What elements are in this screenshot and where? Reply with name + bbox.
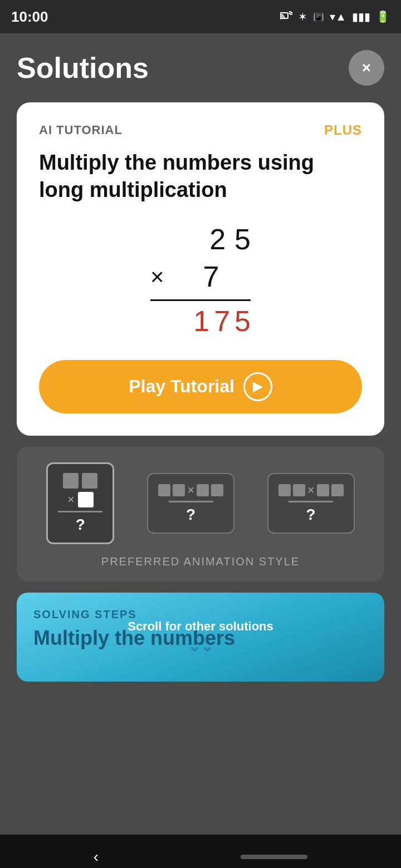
anim-box-1: × ? bbox=[46, 462, 114, 544]
preferred-label: PREFERRED ANIMATION STYLE bbox=[30, 555, 371, 568]
play-tutorial-label: Play Tutorial bbox=[129, 376, 234, 397]
equation-divider bbox=[150, 299, 251, 301]
math-equation: 2 5 × 7 1 7 5 bbox=[39, 221, 362, 338]
tutorial-card: AI TUTORIAL PLUS Multiply the numbers us… bbox=[17, 102, 384, 436]
equation-block: 2 5 × 7 1 7 5 bbox=[150, 221, 251, 338]
mult-symbol-1: × bbox=[67, 492, 75, 507]
result-digit-1: 1 bbox=[193, 304, 209, 338]
times-symbol: × bbox=[150, 262, 164, 293]
mult-3: × bbox=[307, 483, 315, 497]
signal-icon: ▮▮▮ bbox=[352, 10, 370, 23]
scroll-hint: Scroll for other solutions ⌄⌄ bbox=[128, 619, 273, 655]
mult-2: × bbox=[187, 483, 194, 497]
status-time: 10:00 bbox=[11, 8, 48, 26]
animation-option-1[interactable]: × ? bbox=[46, 462, 114, 544]
close-button[interactable]: × bbox=[349, 50, 384, 86]
page-header: Solutions × bbox=[17, 45, 384, 86]
card-question: Multiply the numbers using long multipli… bbox=[39, 149, 362, 204]
anim-squares-1 bbox=[63, 473, 97, 489]
anim-line-1 bbox=[58, 511, 102, 512]
status-icons: ✶ 📳 ▾▲ ▮▮▮ 🔋 bbox=[280, 10, 390, 23]
animation-option-3[interactable]: × ? bbox=[267, 473, 355, 534]
cast-icon bbox=[280, 11, 292, 23]
play-tutorial-button[interactable]: Play Tutorial ▶ bbox=[39, 360, 362, 413]
anim-box-3: × ? bbox=[267, 473, 355, 534]
page-title: Solutions bbox=[17, 51, 149, 85]
result-row: 1 7 5 bbox=[193, 304, 251, 338]
vibrate-icon: 📳 bbox=[313, 12, 324, 22]
multiplier-row: × 7 bbox=[150, 258, 251, 296]
plus-badge: PLUS bbox=[324, 122, 362, 138]
digit-5: 5 bbox=[234, 221, 251, 259]
anim-box-2: × ? bbox=[147, 473, 234, 534]
sq-f bbox=[293, 484, 305, 496]
anim-question-3: ? bbox=[306, 506, 316, 524]
animation-section: × ? × ? bbox=[17, 447, 384, 581]
bluetooth-icon: ✶ bbox=[298, 10, 307, 23]
result-digit-5: 5 bbox=[234, 304, 251, 338]
svg-point-1 bbox=[280, 17, 281, 19]
sq-lg-2 bbox=[82, 473, 97, 489]
solving-section[interactable]: SOLVING STEPS Multiply the numbers Scrol… bbox=[17, 593, 384, 682]
back-button[interactable]: ‹ bbox=[94, 848, 99, 866]
anim-line-2 bbox=[169, 501, 213, 502]
multiplicand-row: 2 5 bbox=[176, 221, 251, 259]
result-digit-7: 7 bbox=[214, 304, 230, 338]
sq-g bbox=[317, 484, 329, 496]
main-content: Solutions × AI TUTORIAL PLUS Multiply th… bbox=[0, 33, 401, 835]
nav-bar: ‹ bbox=[0, 835, 401, 868]
sq-h bbox=[331, 484, 344, 496]
sq-white-1 bbox=[78, 492, 94, 507]
scroll-chevrons: ⌄⌄ bbox=[128, 637, 273, 655]
scroll-hint-text: Scroll for other solutions bbox=[128, 619, 273, 633]
anim-squares-3: × bbox=[278, 483, 344, 497]
sq-a bbox=[158, 484, 170, 496]
home-pill[interactable] bbox=[241, 855, 307, 859]
anim-squares-2: × bbox=[158, 483, 223, 497]
play-icon: ▶ bbox=[243, 372, 272, 401]
anim-question-2: ? bbox=[186, 506, 195, 524]
sq-lg-1 bbox=[63, 473, 79, 489]
animation-options: × ? × ? bbox=[30, 462, 371, 544]
anim-line-3 bbox=[288, 501, 333, 502]
sq-b bbox=[173, 484, 185, 496]
sq-e bbox=[278, 484, 291, 496]
animation-option-2[interactable]: × ? bbox=[147, 473, 234, 534]
digit-2: 2 bbox=[209, 221, 226, 259]
ai-tutorial-label: AI TUTORIAL bbox=[39, 123, 123, 137]
digit-7: 7 bbox=[203, 258, 219, 296]
anim-question-1: ? bbox=[76, 516, 85, 534]
sq-c bbox=[197, 484, 209, 496]
card-header: AI TUTORIAL PLUS bbox=[39, 122, 362, 138]
battery-icon: 🔋 bbox=[376, 10, 390, 23]
status-bar: 10:00 ✶ 📳 ▾▲ ▮▮▮ 🔋 bbox=[0, 0, 401, 33]
wifi-icon: ▾▲ bbox=[330, 10, 346, 23]
sq-d bbox=[211, 484, 223, 496]
